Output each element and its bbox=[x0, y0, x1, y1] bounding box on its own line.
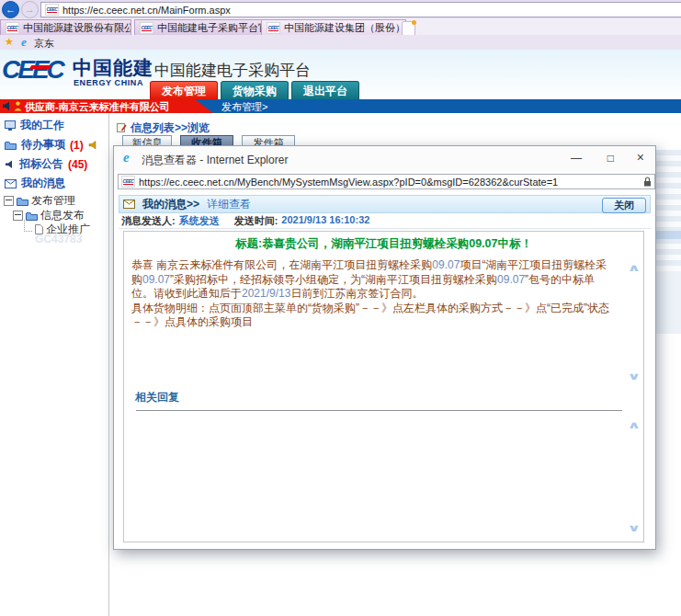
folder-icon bbox=[17, 197, 28, 206]
monitor-icon bbox=[5, 120, 16, 131]
sidebar: 我的工作 待办事项(1) 招标公告(45) 我的消息 发布管理 信息发布 bbox=[0, 113, 109, 616]
sidebar-item-todo[interactable]: 待办事项(1) bbox=[5, 137, 98, 153]
browser-tab-1[interactable]: 中国能源建设股份有限公司 bbox=[0, 19, 131, 35]
todo-count: (1) bbox=[70, 139, 84, 152]
close-window-button[interactable] bbox=[637, 151, 644, 165]
separator bbox=[119, 228, 651, 229]
message-list-selected-row bbox=[655, 231, 681, 239]
popup-window-title: 消息查看器 - Internet Explorer bbox=[142, 153, 288, 168]
site-header: CEEC 中国能建 ENERGY CHINA 中国能建电子采购平台 发布管理 货… bbox=[0, 50, 681, 99]
address-url: https://ec.ceec.net.cn/MainForm.aspx bbox=[62, 5, 231, 16]
ceec-logo: CEEC bbox=[2, 55, 72, 85]
browser-chrome: https://ec.ceec.net.cn/MainForm.aspx bbox=[0, 0, 681, 19]
ceec-favicon bbox=[140, 22, 153, 34]
scroll-up-icon[interactable] bbox=[628, 262, 641, 274]
screen: https://ec.ceec.net.cn/MainForm.aspx 中国能… bbox=[0, 0, 681, 616]
envelope-icon bbox=[5, 179, 17, 188]
main-nav: 发布管理 货物采购 退出平台 bbox=[150, 81, 359, 100]
tree-node-publish[interactable]: 发布管理 bbox=[4, 193, 75, 209]
sender-label: 消息发送人: bbox=[121, 214, 176, 228]
tab-label: 中国能源建设集团（股份）... bbox=[284, 21, 406, 35]
supplier-banner-bar: 供应商-南京云来标准件有限公司 发布管理> bbox=[0, 99, 681, 113]
sender-value: 系统发送 bbox=[179, 214, 220, 228]
message-paragraph: 恭喜 南京云来标准件有限公司，在湖南平江项目扭剪螺栓采购09.07项目“湖南平江… bbox=[131, 258, 616, 302]
sidebar-item-bid-notices[interactable]: 招标公告(45) bbox=[5, 156, 87, 172]
logo-cn-text: 中国能建 bbox=[73, 55, 153, 81]
breadcrumb: 发布管理> bbox=[221, 100, 267, 114]
browser-tab-bar: 中国能源建设股份有限公司 中国能建电子采购平台官网 中国能源建设集团（股份）..… bbox=[0, 18, 681, 36]
favorites-bar: 京东 bbox=[0, 35, 681, 50]
supplier-name: 供应商-南京云来标准件有限公司 bbox=[25, 100, 170, 114]
sidebar-item-my-work[interactable]: 我的工作 bbox=[5, 118, 64, 133]
reply-divider bbox=[136, 410, 622, 411]
page-edit-icon bbox=[117, 122, 127, 132]
person-icon bbox=[14, 101, 22, 111]
logo-en-text: ENERGY CHINA bbox=[74, 78, 143, 87]
section-title: 我的消息>> bbox=[142, 197, 199, 212]
ie-icon bbox=[21, 35, 27, 50]
address-bar[interactable]: https://ec.ceec.net.cn/MainForm.aspx bbox=[40, 2, 681, 17]
notice-count: (45) bbox=[68, 158, 87, 171]
folder-icon bbox=[26, 211, 38, 221]
mute-speaker-icon bbox=[3, 101, 12, 111]
time-value: 2021/9/13 16:10:32 bbox=[281, 214, 369, 228]
minimize-button[interactable] bbox=[571, 152, 582, 165]
message-body: 恭喜 南京云来标准件有限公司，在湖南平江项目扭剪螺栓采购09.07项目“湖南平江… bbox=[131, 258, 616, 330]
ceec-favicon bbox=[6, 22, 19, 34]
collapse-icon[interactable] bbox=[13, 211, 23, 221]
horn-icon bbox=[88, 141, 98, 150]
tab-label: 中国能建电子采购平台官网 bbox=[157, 21, 267, 35]
ceec-favicon bbox=[121, 176, 135, 188]
maximize-button[interactable] bbox=[607, 152, 614, 165]
message-section-header: 我的消息>> 详细查看 关闭 bbox=[119, 195, 651, 213]
sidebar-item-my-messages[interactable]: 我的消息 bbox=[5, 176, 65, 191]
favorite-link-jd[interactable]: 京东 bbox=[34, 37, 54, 51]
ceec-favicon bbox=[267, 22, 280, 34]
watermark-text: GC43783 bbox=[35, 233, 82, 245]
nav-tab-publish[interactable]: 发布管理 bbox=[150, 81, 218, 100]
message-title: 标题:恭喜贵公司，湖南平江项目扭剪螺栓采购09.07中标！ bbox=[142, 236, 625, 252]
ceec-favicon bbox=[45, 4, 59, 16]
forward-button[interactable] bbox=[21, 1, 39, 18]
favorites-star-icon[interactable] bbox=[5, 36, 14, 48]
logo-red-accent bbox=[29, 65, 52, 69]
detail-view-link[interactable]: 详细查看 bbox=[207, 197, 251, 212]
platform-title: 中国能建电子采购平台 bbox=[154, 60, 311, 81]
message-viewer-window: 消息查看器 - Internet Explorer https://ec.cee… bbox=[113, 145, 656, 550]
ie-icon bbox=[123, 150, 130, 165]
scroll-down-icon[interactable] bbox=[628, 522, 641, 534]
scroll-down-icon[interactable] bbox=[628, 371, 641, 382]
new-tab-button[interactable] bbox=[402, 21, 415, 36]
popup-url: https://ec.ceec.net.cn/MyBench/MySystemM… bbox=[139, 177, 640, 188]
message-content-box: 标题:恭喜贵公司，湖南平江项目扭剪螺栓采购09.07中标！ 恭喜 南京云来标准件… bbox=[123, 231, 644, 542]
close-message-button[interactable]: 关闭 bbox=[602, 198, 646, 213]
message-paragraph: 具体货物明细：点页面顶部主菜单的“货物采购”－－》点左栏具体的采购方式－－》点“… bbox=[131, 302, 616, 330]
browser-tab-2[interactable]: 中国能建电子采购平台官网 bbox=[134, 19, 267, 35]
nav-tab-exit[interactable]: 退出平台 bbox=[291, 81, 359, 100]
time-label: 发送时间: bbox=[234, 214, 278, 228]
collapse-icon[interactable] bbox=[4, 196, 14, 206]
message-list-stripes bbox=[655, 150, 681, 271]
tab-label: 中国能源建设股份有限公司 bbox=[23, 21, 131, 35]
popup-title-bar[interactable]: 消息查看器 - Internet Explorer bbox=[114, 146, 655, 172]
forward-icon bbox=[25, 4, 35, 15]
popup-url-row: https://ec.ceec.net.cn/MyBench/MySystemM… bbox=[114, 171, 655, 192]
page-title: 信息列表>>浏览 bbox=[131, 120, 210, 136]
popup-address-bar[interactable]: https://ec.ceec.net.cn/MyBench/MySystemM… bbox=[118, 174, 655, 189]
envelope-icon bbox=[123, 200, 135, 209]
back-icon bbox=[6, 4, 16, 15]
scroll-up-icon[interactable] bbox=[628, 419, 641, 431]
reply-heading: 相关回复 bbox=[135, 390, 179, 405]
tree-connector bbox=[24, 220, 32, 232]
browser-tab-3[interactable]: 中国能源建设集团（股份）... bbox=[261, 19, 406, 35]
back-button[interactable] bbox=[2, 1, 19, 18]
message-list-footer bbox=[655, 271, 681, 334]
folder-icon bbox=[5, 141, 17, 150]
speaker-icon bbox=[5, 160, 15, 169]
lock-icon bbox=[643, 177, 652, 187]
nav-tab-goods[interactable]: 货物采购 bbox=[221, 81, 289, 100]
sender-row: 消息发送人: 系统发送 发送时间: 2021/9/13 16:10:32 bbox=[121, 214, 369, 228]
